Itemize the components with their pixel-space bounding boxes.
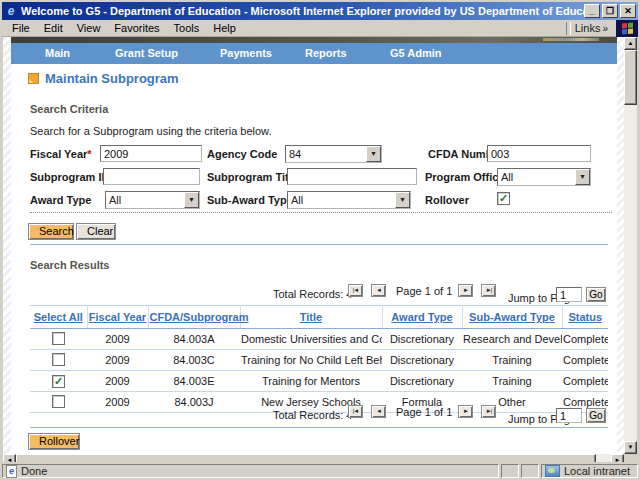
menu-favorites[interactable]: Favorites: [114, 22, 159, 34]
nav-payments[interactable]: Payments: [220, 47, 272, 59]
status-bar: e Done Local intranet: [2, 462, 638, 478]
col-sub-award-type[interactable]: Sub-Award Type: [462, 306, 562, 329]
total-records: Total Records: 4: [273, 409, 352, 421]
go-button[interactable]: Go: [586, 408, 606, 423]
links-toolbar[interactable]: Links: [575, 22, 601, 34]
clear-button[interactable]: Clear: [76, 223, 116, 240]
page-indicator: Page 1 of 1: [396, 406, 452, 418]
cell-cfda: 84.003C: [148, 350, 240, 371]
restore-button[interactable]: ❐: [602, 4, 618, 18]
rollover-checkbox[interactable]: ✓: [497, 192, 510, 205]
col-title[interactable]: Title: [240, 306, 382, 329]
agency-code-select[interactable]: 84 ▼: [285, 145, 382, 163]
cell-cfda: 84.003E: [148, 371, 240, 392]
next-page-button[interactable]: ►: [458, 284, 473, 297]
prev-page-button[interactable]: ◄: [371, 405, 386, 418]
subprogram-id-label: Subprogram ID: [30, 171, 109, 183]
search-instructions: Search for a Subprogram using the criter…: [30, 125, 272, 137]
menu-view[interactable]: View: [77, 22, 101, 34]
row-checkbox[interactable]: ✓: [52, 375, 65, 388]
status-pane: [501, 464, 519, 478]
cfda-number-input[interactable]: [487, 145, 591, 162]
nav-main[interactable]: Main: [45, 47, 70, 59]
cell-title: Domestic Universities and Colleges: [240, 329, 382, 350]
page-indicator: Page 1 of 1: [396, 285, 452, 297]
cell-award-type: Discretionary: [382, 329, 462, 350]
intranet-zone-icon: [545, 465, 560, 477]
menu-tools[interactable]: Tools: [174, 22, 200, 34]
prev-page-button[interactable]: ◄: [371, 284, 386, 297]
subprogram-title-input[interactable]: [287, 168, 417, 185]
col-cfda-subprogram[interactable]: CFDA/Subprogram: [148, 306, 240, 329]
search-button[interactable]: Search: [28, 223, 74, 240]
results-table: Select All Fiscal Year CFDA/Subprogram T…: [30, 305, 608, 413]
col-status[interactable]: Status: [562, 306, 608, 329]
menu-edit[interactable]: Edit: [44, 22, 63, 34]
dropdown-arrow-icon[interactable]: ▼: [366, 146, 381, 162]
menu-bar: File Edit View Favorites Tools Help Link…: [2, 20, 638, 37]
vertical-scroll-thumb[interactable]: [624, 50, 637, 105]
table-row: 2009 84.003A Domestic Universities and C…: [30, 329, 608, 350]
ie-page-icon: e: [6, 465, 17, 478]
cell-sub-award-type: Research and Development: [462, 329, 562, 350]
fiscal-year-label: Fiscal Year*: [30, 148, 92, 160]
cell-award-type: Discretionary: [382, 371, 462, 392]
jump-to-page-input[interactable]: [556, 287, 582, 302]
rollover-button[interactable]: Rollover: [28, 433, 80, 450]
nav-grant-setup[interactable]: Grant Setup: [115, 47, 178, 59]
row-checkbox[interactable]: [52, 353, 65, 366]
scroll-up-icon[interactable]: ▲: [624, 37, 637, 50]
minimize-button[interactable]: _: [584, 4, 600, 18]
col-select-all[interactable]: Select All: [30, 306, 87, 329]
menu-file[interactable]: File: [12, 22, 30, 34]
vertical-scrollbar[interactable]: ▲ ▼: [624, 37, 637, 454]
ie-throbber-icon: [616, 20, 638, 37]
next-page-button[interactable]: ►: [458, 405, 473, 418]
last-page-button[interactable]: ►|: [481, 405, 496, 418]
cell-cfda: 84.003J: [148, 392, 240, 413]
agency-code-label: Agency Code: [207, 148, 277, 160]
cell-award-type: Discretionary: [382, 350, 462, 371]
close-button[interactable]: ✕: [620, 4, 636, 18]
window-title: Welcome to G5 - Department of Education …: [21, 5, 584, 17]
menu-help[interactable]: Help: [213, 22, 236, 34]
fiscal-year-input[interactable]: [100, 145, 202, 162]
nav-g5-admin[interactable]: G5 Admin: [390, 47, 442, 59]
row-checkbox[interactable]: [52, 395, 65, 408]
last-page-button[interactable]: ►|: [481, 284, 496, 297]
rollover-label: Rollover: [425, 194, 469, 206]
required-asterisk: *: [87, 148, 91, 160]
go-button[interactable]: Go: [586, 287, 606, 302]
col-fiscal-year[interactable]: Fiscal Year: [87, 306, 148, 329]
first-page-button[interactable]: |◄: [348, 405, 363, 418]
first-page-button[interactable]: |◄: [348, 284, 363, 297]
award-type-select[interactable]: All ▼: [105, 191, 200, 209]
jump-to-page-input[interactable]: [556, 408, 582, 423]
program-office-select[interactable]: All ▼: [497, 168, 591, 186]
dropdown-arrow-icon[interactable]: ▼: [184, 192, 199, 208]
dropdown-arrow-icon[interactable]: ▼: [395, 192, 410, 208]
cell-fiscal-year: 2009: [87, 329, 148, 350]
cell-status: Complete: [562, 329, 608, 350]
sub-award-type-select[interactable]: All ▼: [287, 191, 411, 209]
cell-status: Complete: [562, 371, 608, 392]
dropdown-arrow-icon[interactable]: ▼: [575, 169, 590, 185]
toolbar-separator: [566, 22, 571, 35]
security-zone-text: Local intranet: [564, 465, 630, 477]
cell-fiscal-year: 2009: [87, 350, 148, 371]
page-title: Maintain Subprogram: [45, 71, 179, 86]
scroll-down-icon[interactable]: ▼: [624, 441, 637, 454]
ie-logo-icon: e: [4, 4, 18, 18]
program-office-label: Program Office: [425, 171, 504, 183]
col-award-type[interactable]: Award Type: [382, 306, 462, 329]
main-navigation: Main Grant Setup Payments Reports G5 Adm…: [11, 43, 617, 64]
subprogram-id-input[interactable]: [103, 168, 200, 185]
chevron-icon[interactable]: »: [602, 23, 608, 34]
table-header-row: Select All Fiscal Year CFDA/Subprogram T…: [30, 306, 608, 329]
section-divider: [30, 212, 612, 213]
nav-reports[interactable]: Reports: [305, 47, 347, 59]
row-checkbox[interactable]: [52, 332, 65, 345]
cell-status: Complete: [562, 350, 608, 371]
total-records: Total Records: 4: [273, 288, 352, 300]
sub-award-type-label: Sub-Award Type: [207, 194, 293, 206]
